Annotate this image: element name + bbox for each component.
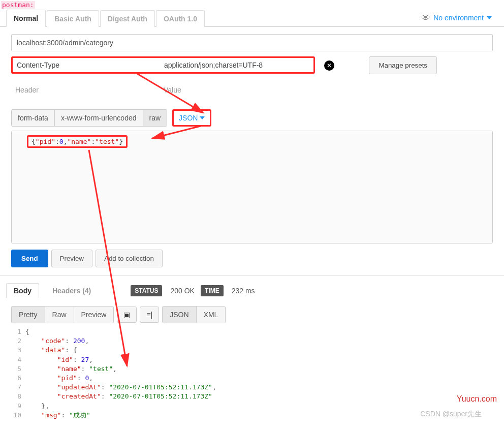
- line-number: 3: [11, 346, 25, 355]
- body-type-form-data[interactable]: form-data: [12, 110, 55, 126]
- line-number: 9: [11, 402, 25, 411]
- code-line: 1{: [11, 327, 493, 336]
- eye-icon: 👁: [421, 13, 430, 23]
- format-xml[interactable]: XML: [197, 307, 226, 323]
- response-tab-body[interactable]: Body: [6, 283, 39, 298]
- header-value-placeholder: Value: [164, 86, 181, 94]
- watermark-author: CSDN @super先生: [420, 410, 482, 419]
- code-text: "pid": 0,: [25, 374, 93, 383]
- request-tabs: Normal Basic Auth Digest Auth OAuth 1.0 …: [0, 9, 504, 27]
- code-text: "id": 27,: [25, 355, 93, 364]
- code-line: 5 "name": "test",: [11, 364, 493, 374]
- view-mode-preview[interactable]: Preview: [74, 307, 114, 323]
- wrap-icon[interactable]: ≡|: [140, 307, 159, 323]
- environment-label: No environment: [433, 14, 484, 22]
- tab-normal[interactable]: Normal: [6, 10, 46, 27]
- code-text: "name": "test",: [25, 364, 117, 374]
- request-body-editor[interactable]: {"pid":0,"name":"test"}: [11, 131, 493, 243]
- request-body-content: {"pid":0,"name":"test"}: [27, 135, 128, 148]
- code-text: "msg": "成功": [25, 411, 90, 420]
- line-number: 8: [11, 392, 25, 401]
- view-mode-raw[interactable]: Raw: [45, 307, 74, 323]
- status-badge: STATUS: [131, 285, 162, 296]
- line-number: 7: [11, 383, 25, 392]
- time-badge: TIME: [201, 285, 224, 296]
- url-input[interactable]: [11, 34, 493, 51]
- body-format-label: JSON: [179, 114, 198, 122]
- code-text: },: [25, 402, 49, 411]
- code-line: 4 "id": 27,: [11, 355, 493, 364]
- code-line: 9 },: [11, 402, 493, 411]
- line-number: 4: [11, 355, 25, 364]
- tab-basic-auth[interactable]: Basic Auth: [47, 10, 99, 27]
- body-format-dropdown[interactable]: JSON: [172, 109, 211, 127]
- copy-icon[interactable]: ▣: [117, 307, 137, 323]
- view-mode-group: Pretty Raw Preview: [11, 306, 114, 323]
- chevron-down-icon: [487, 16, 492, 19]
- response-tab-headers[interactable]: Headers (4): [45, 284, 98, 298]
- header-key-placeholder: Header: [15, 86, 164, 94]
- manage-presets-button[interactable]: Manage presets: [369, 56, 437, 74]
- header-placeholder-row[interactable]: Header Value: [11, 83, 493, 97]
- tab-oauth[interactable]: OAuth 1.0: [156, 10, 205, 27]
- chevron-down-icon: [200, 116, 205, 119]
- format-group: JSON XML: [162, 306, 226, 323]
- body-type-urlencoded[interactable]: x-www-form-urlencoded: [55, 110, 143, 126]
- postman-label: postman:: [1, 1, 35, 9]
- code-line: 8 "createdAt": "2020-07-01T05:52:11.173Z…: [11, 392, 493, 401]
- code-text: {: [25, 327, 29, 336]
- response-body[interactable]: 1{2 "code": 200,3 "data": {4 "id": 27,5 …: [11, 327, 493, 420]
- tab-digest-auth[interactable]: Digest Auth: [100, 10, 155, 27]
- code-text: "data": {: [25, 346, 77, 355]
- code-line: 7 "updatedAt": "2020-07-01T05:52:11.173Z…: [11, 383, 493, 392]
- view-mode-pretty[interactable]: Pretty: [12, 307, 45, 323]
- format-json[interactable]: JSON: [163, 307, 196, 323]
- line-number: 10: [11, 411, 25, 420]
- code-line: 6 "pid": 0,: [11, 374, 493, 383]
- send-button[interactable]: Send: [11, 250, 48, 267]
- code-text: "updatedAt": "2020-07-01T05:52:11.173Z",: [25, 383, 216, 392]
- status-value: 200 OK: [170, 287, 194, 295]
- line-number: 2: [11, 336, 25, 346]
- delete-header-icon[interactable]: ✕: [324, 60, 334, 71]
- preview-button[interactable]: Preview: [51, 250, 92, 267]
- environment-select[interactable]: 👁 No environment: [421, 13, 492, 23]
- header-row[interactable]: Content-Type application/json;charset=UT…: [11, 56, 315, 74]
- line-number: 5: [11, 364, 25, 374]
- code-line: 3 "data": {: [11, 346, 493, 355]
- time-value: 232 ms: [232, 287, 255, 295]
- body-type-group: form-data x-www-form-urlencoded raw: [11, 109, 167, 127]
- code-line: 2 "code": 200,: [11, 336, 493, 346]
- line-number: 6: [11, 374, 25, 383]
- code-text: "code": 200,: [25, 336, 89, 346]
- line-number: 1: [11, 327, 25, 336]
- watermark-site: Yuucn.com: [457, 394, 497, 404]
- body-type-raw[interactable]: raw: [143, 110, 167, 126]
- add-to-collection-button[interactable]: Add to collection: [96, 250, 163, 267]
- code-text: "createdAt": "2020-07-01T05:52:11.173Z": [25, 392, 212, 401]
- header-value[interactable]: application/json;charset=UTF-8: [164, 61, 263, 69]
- header-key[interactable]: Content-Type: [17, 61, 164, 69]
